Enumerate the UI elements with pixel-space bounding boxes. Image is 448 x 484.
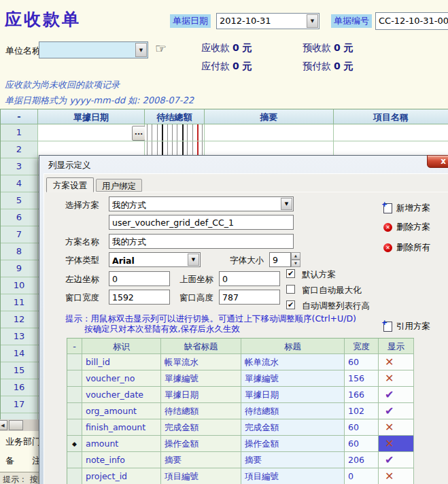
cell-field-id[interactable]: project_id (82, 468, 161, 484)
font-type-combobox[interactable]: Arial ▼ (109, 252, 201, 267)
cell-default-title[interactable]: 帳單流水 (161, 354, 241, 370)
row-number[interactable]: 7 (1, 226, 38, 243)
cell-field-id[interactable]: finish_amount (82, 419, 161, 436)
scroll-left-icon[interactable]: ◀ (0, 420, 7, 430)
cell-default-title[interactable]: 待结總額 (161, 403, 241, 419)
row-number[interactable]: 17 (1, 396, 38, 413)
row-number[interactable]: 4 (1, 175, 38, 192)
grid-header-4[interactable]: 項目名稱 (334, 109, 448, 124)
cell-default-title[interactable]: 單據編號 (161, 370, 241, 387)
cell-field-id[interactable]: amount (82, 436, 161, 452)
cell-title[interactable]: 項目編號 (241, 468, 345, 484)
row-marker[interactable] (67, 468, 82, 484)
top-coord-field[interactable]: 0 (219, 271, 280, 286)
delete-scheme-button[interactable]: ✕ 删除方案 (383, 222, 430, 233)
cell-title[interactable]: 完成金額 (241, 419, 345, 436)
cell-field-id[interactable]: org_amount (82, 403, 161, 419)
checkbox-checked[interactable]: ✔ (286, 300, 295, 309)
row-marker[interactable] (67, 370, 82, 387)
grid-cell-project[interactable] (334, 124, 448, 141)
row-marker-diamond[interactable]: ◆ (67, 436, 82, 452)
pointing-hand-icon[interactable]: ☞ (155, 41, 167, 56)
row-number[interactable]: 6 (1, 209, 38, 226)
grid-header-2[interactable]: 待结總額 (145, 109, 205, 124)
checkbox-checked[interactable]: ✔ (286, 269, 295, 278)
row-marker[interactable] (67, 387, 82, 403)
cell-field-id[interactable]: bill_id (82, 354, 161, 370)
window-height-field[interactable]: 787 (219, 290, 280, 305)
row-marker[interactable] (67, 419, 82, 436)
row-number[interactable]: 15 (1, 362, 38, 379)
cell-default-title[interactable]: 單據日期 (161, 387, 241, 403)
cell-title[interactable]: 操作金額 (241, 436, 345, 452)
cell-default-title[interactable]: 摘要 (161, 452, 241, 468)
chevron-down-icon[interactable]: ▼ (307, 14, 318, 28)
cell-width[interactable]: 156 (345, 370, 379, 387)
row-number[interactable]: 3 (1, 158, 38, 175)
spinner-up-icon[interactable]: ▲ (291, 252, 300, 260)
cell-visible-toggle[interactable]: ✕ (379, 419, 414, 436)
chevron-down-icon[interactable]: ▼ (281, 198, 292, 210)
ref-scheme-button[interactable]: + 引用方案 (383, 321, 430, 332)
spinner-down-icon[interactable]: ▼ (291, 260, 300, 267)
new-scheme-button[interactable]: + 新增方案 (383, 203, 430, 214)
cell-field-id[interactable]: voucher_date (82, 387, 161, 403)
row-marker[interactable] (67, 354, 82, 370)
cell-title[interactable]: 摘要 (241, 452, 345, 468)
row-number[interactable] (1, 413, 38, 419)
row-number[interactable]: 16 (1, 379, 38, 396)
cell-field-id[interactable]: note_info (82, 452, 161, 468)
tab-scheme-settings[interactable]: 方案设置 (46, 177, 94, 192)
row-number[interactable]: 8 (1, 243, 38, 260)
row-number[interactable]: 11 (1, 294, 38, 311)
cell-visible-toggle[interactable]: ✔ (379, 403, 414, 419)
scheme-select-combobox[interactable]: 我的方式 ▼ (109, 196, 294, 211)
delete-all-button[interactable]: ✕ 删除所有 (383, 242, 430, 254)
scrollbar-thumb[interactable] (9, 420, 23, 430)
cell-visible-toggle[interactable]: ✔ (379, 452, 414, 468)
cell-title[interactable]: 帐单流水 (241, 354, 345, 370)
row-number[interactable]: 14 (1, 345, 38, 362)
row-number[interactable]: 9 (1, 260, 38, 277)
font-size-field[interactable]: 9 (269, 252, 291, 267)
cell-title[interactable]: 單據編號 (241, 370, 345, 387)
row-number[interactable]: 12 (1, 311, 38, 328)
cell-visible-toggle[interactable]: ✕ (379, 436, 414, 452)
cell-width[interactable]: 166 (345, 387, 379, 403)
grid-header-0[interactable]: - (1, 109, 38, 124)
row-number[interactable]: 10 (1, 277, 38, 294)
left-coord-field[interactable]: 0 (109, 271, 170, 286)
cell-width[interactable]: 102 (345, 403, 379, 419)
row-number[interactable]: 1 (1, 124, 38, 141)
cell-width[interactable]: 206 (345, 452, 379, 468)
unit-name-combobox[interactable]: ▼ (39, 41, 148, 58)
cell-title[interactable]: 單據日期 (241, 387, 345, 403)
cell-field-id[interactable]: voucher_no (82, 370, 161, 387)
cell-visible-toggle[interactable]: ✔ (379, 387, 414, 403)
window-width-field[interactable]: 1592 (109, 290, 170, 305)
tab-user-binding[interactable]: 用户绑定 (96, 179, 142, 192)
checkbox-unchecked[interactable] (286, 285, 295, 294)
row-number[interactable]: 5 (1, 192, 38, 209)
cell-width[interactable]: 60 (345, 436, 379, 452)
ellipsis-button[interactable]: ... (132, 126, 145, 141)
grid-header-1[interactable]: 單據日期 (38, 109, 145, 124)
cell-width[interactable]: 60 (345, 354, 379, 370)
cell-default-title[interactable]: 項目編號 (161, 468, 241, 484)
grid-cell-amount[interactable] (145, 124, 205, 141)
row-marker[interactable] (67, 403, 82, 419)
doc-date-combobox[interactable]: 2012-10-31 ▼ (216, 13, 320, 29)
grid-header-3[interactable]: 摘要 (205, 109, 334, 124)
cell-visible-toggle[interactable]: ✕ (379, 354, 414, 370)
chevron-down-icon[interactable]: ▼ (135, 43, 147, 57)
chevron-down-icon[interactable]: ▼ (188, 254, 199, 266)
cell-visible-toggle[interactable]: ✕ (379, 370, 414, 387)
doc-no-field[interactable]: CC-12-10-31-0001 (375, 12, 448, 30)
close-button[interactable]: x (427, 155, 448, 168)
row-marker[interactable] (67, 452, 82, 468)
cell-visible-toggle[interactable]: ✕ (379, 468, 414, 484)
cell-width[interactable]: 0 (345, 468, 379, 484)
row-number[interactable]: 2 (1, 141, 38, 158)
scheme-name-field[interactable]: 我的方式 (109, 234, 294, 249)
grid-cell-date[interactable]: ... (38, 124, 145, 141)
